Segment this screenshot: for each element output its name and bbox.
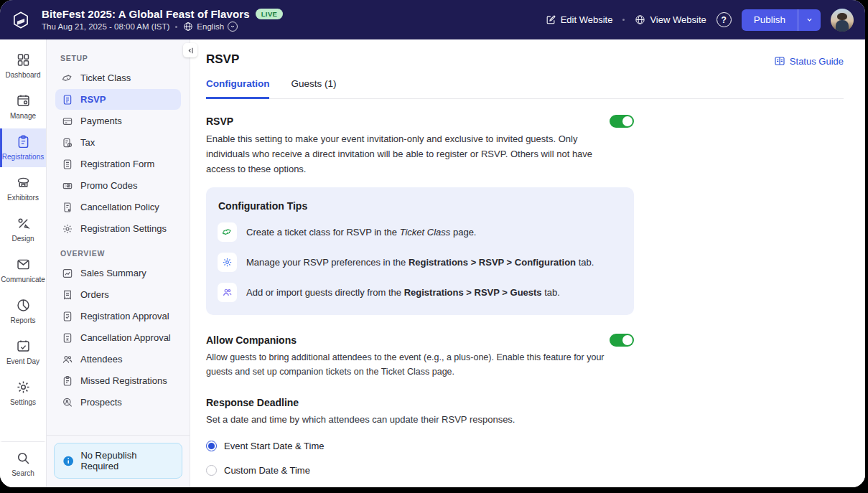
collapse-sidebar-button[interactable] bbox=[183, 43, 197, 57]
nav-registrations[interactable]: Registrations bbox=[0, 128, 46, 167]
manage-icon bbox=[16, 93, 31, 108]
nav-label: Registrations bbox=[2, 153, 44, 161]
tips-title: Configuration Tips bbox=[218, 200, 622, 212]
tip-item: Add or import guests directly from the R… bbox=[218, 283, 622, 302]
form-icon bbox=[62, 159, 73, 170]
sidebar-item-label: Prospects bbox=[80, 397, 122, 408]
sidebar-item-cancellation-approval[interactable]: Cancellation Approval bbox=[55, 327, 181, 348]
dot-separator bbox=[622, 19, 625, 21]
event-datetime: Thu Aug 21, 2025 - 08:00 AM (IST) bbox=[42, 22, 169, 31]
sidebar-item-label: RSVP bbox=[80, 94, 106, 105]
publish-dropdown-button[interactable] bbox=[798, 9, 821, 31]
sidebar-item-prospects[interactable]: Prospects bbox=[55, 392, 181, 413]
deadline-section-description: Set a date and time by which attendees c… bbox=[206, 412, 634, 427]
tip-item: Manage your RSVP preferences in the Regi… bbox=[218, 253, 622, 272]
status-guide-icon bbox=[774, 55, 785, 67]
view-website-label: View Website bbox=[650, 14, 706, 25]
sidebar-item-label: Attendees bbox=[80, 354, 123, 365]
sidebar-item-orders[interactable]: Orders bbox=[55, 284, 181, 305]
primary-nav-rail: Dashboard Manage Registrations Exhibitor… bbox=[0, 39, 47, 487]
sidebar-item-ticket-class[interactable]: Ticket Class bbox=[55, 67, 181, 88]
nav-label: Settings bbox=[10, 398, 36, 406]
nav-communicate[interactable]: Communicate bbox=[0, 251, 46, 290]
sidebar-item-promo-codes[interactable]: Promo Codes bbox=[55, 175, 181, 196]
configuration-tips-box: Configuration Tips Create a ticket class… bbox=[206, 187, 634, 315]
sidebar-item-payments[interactable]: Payments bbox=[55, 111, 181, 131]
sidebar-item-label: Registration Form bbox=[80, 159, 154, 169]
dot-separator bbox=[175, 26, 177, 28]
sidebar-item-label: Ticket Class bbox=[80, 72, 131, 83]
nav-label: Manage bbox=[10, 112, 36, 120]
collapse-left-icon bbox=[186, 46, 195, 55]
people-icon bbox=[218, 283, 237, 302]
dashboard-icon bbox=[16, 52, 31, 67]
sidebar-item-sales-summary[interactable]: Sales Summary bbox=[55, 263, 181, 283]
nav-label: Communicate bbox=[1, 276, 45, 283]
tip-text: Manage your RSVP preferences in the Regi… bbox=[246, 257, 594, 268]
sidebar-item-label: Cancellation Policy bbox=[80, 202, 159, 212]
edit-website-link[interactable]: Edit Website bbox=[546, 14, 613, 25]
nav-dashboard[interactable]: Dashboard bbox=[0, 47, 46, 85]
allow-companions-toggle[interactable] bbox=[610, 334, 634, 347]
ticket-icon bbox=[218, 222, 237, 242]
setup-heading: SETUP bbox=[60, 54, 181, 62]
info-icon bbox=[62, 455, 74, 467]
sidebar-item-rsvp[interactable]: RSVP bbox=[55, 89, 181, 110]
response-deadline-section: Response Deadline Set a date and time by… bbox=[206, 397, 634, 476]
tab-guests[interactable]: Guests (1) bbox=[291, 78, 336, 99]
settings-icon bbox=[16, 380, 31, 395]
tip-item: Create a ticket class for RSVP in the Ti… bbox=[218, 222, 622, 242]
radio-event-start-date[interactable]: Event Start Date & Time bbox=[206, 441, 634, 451]
nav-manage[interactable]: Manage bbox=[0, 88, 46, 126]
nav-label: Design bbox=[11, 235, 34, 243]
gear-icon bbox=[218, 253, 237, 272]
prospects-icon bbox=[62, 397, 73, 408]
orders-icon bbox=[62, 289, 73, 301]
cancellation-policy-icon bbox=[62, 202, 73, 213]
search-icon bbox=[16, 451, 31, 466]
nav-reports[interactable]: Reports bbox=[0, 292, 46, 331]
tab-configuration[interactable]: Configuration bbox=[206, 78, 269, 99]
avatar[interactable] bbox=[831, 9, 854, 32]
nav-label: Exhibitors bbox=[7, 194, 39, 202]
companions-section-title: Allow Companions bbox=[206, 334, 297, 346]
republish-status-notice: No Republish Required bbox=[54, 443, 182, 479]
live-status-badge: LIVE bbox=[256, 9, 284, 20]
nav-exhibitors[interactable]: Exhibitors bbox=[0, 169, 46, 208]
sidebar-item-tax[interactable]: Tax bbox=[55, 132, 181, 153]
rsvp-toggle[interactable] bbox=[610, 115, 634, 128]
nav-settings[interactable]: Settings bbox=[0, 374, 46, 413]
page-title: RSVP bbox=[206, 52, 239, 67]
nav-design[interactable]: Design bbox=[0, 210, 46, 249]
ticket-icon bbox=[62, 72, 73, 84]
nav-event-day[interactable]: Event Day bbox=[0, 333, 46, 372]
sidebar-item-label: Promo Codes bbox=[80, 180, 137, 191]
nav-label: Reports bbox=[10, 316, 35, 324]
companions-section-description: Allow guests to bring additional attende… bbox=[206, 350, 634, 380]
sidebar-item-missed-registrations[interactable]: Missed Registrations bbox=[55, 370, 181, 391]
status-guide-link[interactable]: Status Guide bbox=[774, 55, 844, 67]
view-website-link[interactable]: View Website bbox=[635, 14, 706, 25]
allow-companions-section: Allow Companions Allow guests to bring a… bbox=[206, 334, 634, 380]
nav-label: Event Day bbox=[6, 357, 39, 365]
rsvp-document-icon bbox=[62, 94, 73, 105]
promo-codes-icon bbox=[62, 180, 73, 192]
missed-registrations-icon bbox=[62, 375, 73, 387]
chevron-down-icon bbox=[228, 22, 238, 32]
sidebar-item-registration-approval[interactable]: Registration Approval bbox=[55, 306, 181, 327]
sidebar-item-registration-settings[interactable]: Registration Settings bbox=[55, 218, 181, 239]
help-icon[interactable]: ? bbox=[717, 12, 732, 27]
sidebar-item-registration-form[interactable]: Registration Form bbox=[55, 154, 181, 174]
publish-button[interactable]: Publish bbox=[742, 9, 798, 31]
main-content: RSVP Status Guide Configuration Guests (… bbox=[190, 39, 865, 487]
radio-selected-icon bbox=[206, 441, 217, 451]
sidebar-item-attendees[interactable]: Attendees bbox=[55, 349, 181, 370]
gear-icon bbox=[62, 223, 73, 235]
radio-custom-date[interactable]: Custom Date & Time bbox=[206, 465, 634, 476]
sidebar-item-cancellation-policy[interactable]: Cancellation Policy bbox=[55, 197, 181, 217]
approval-x-icon bbox=[62, 332, 73, 344]
nav-search[interactable]: Search bbox=[0, 441, 46, 487]
language-selector[interactable]: English bbox=[183, 22, 238, 32]
backstage-logo-icon[interactable] bbox=[9, 8, 33, 32]
approval-check-icon bbox=[62, 311, 73, 322]
